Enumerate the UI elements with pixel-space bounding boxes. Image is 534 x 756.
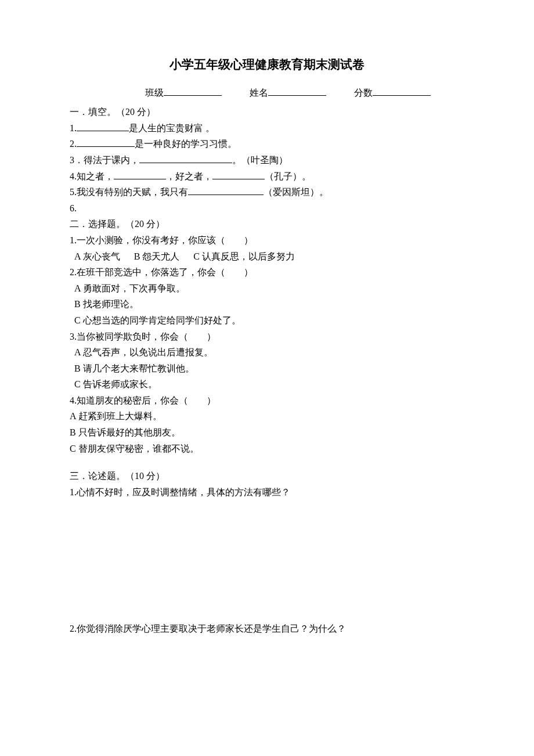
s2-q2-c[interactable]: C 心想当选的同学肯定给同学们好处了。 bbox=[70, 313, 464, 328]
page-title: 小学五年级心理健康教育期末测试卷 bbox=[70, 55, 464, 75]
s1-q4-mid: ，好之者， bbox=[166, 171, 212, 181]
s1-q1-post: 是人生的宝贵财富 。 bbox=[129, 123, 215, 133]
s2-q3-a[interactable]: A 忍气吞声，以免说出后遭报复。 bbox=[70, 345, 464, 360]
s2-q3-c[interactable]: C 告诉老师或家长。 bbox=[70, 377, 464, 392]
class-label: 班级 bbox=[145, 88, 164, 98]
s3-q2: 2.你觉得消除厌学心理主要取决于老师家长还是学生自己？为什么？ bbox=[70, 621, 464, 636]
s2-q4: 4.知道朋友的秘密后，你会（ ） bbox=[70, 393, 464, 408]
s2-q1-a[interactable]: A 灰心丧气 bbox=[74, 251, 120, 261]
s3-q1: 1.心情不好时，应及时调整情绪，具体的方法有哪些？ bbox=[70, 485, 464, 500]
s2-q2: 2.在班干部竞选中，你落选了，你会（ ） bbox=[70, 265, 464, 280]
header-row: 班级 姓名 分数 bbox=[70, 85, 464, 100]
s1-q3-post: 。（叶圣陶） bbox=[232, 155, 288, 165]
s1-q3-pre: 3．得法于课内， bbox=[70, 155, 139, 165]
s1-q2: 2.是一种良好的学习习惯。 bbox=[70, 136, 464, 152]
s1-q4-blank2[interactable] bbox=[212, 170, 265, 179]
s1-q2-blank[interactable] bbox=[77, 138, 135, 147]
s2-q1-b[interactable]: B 怨天尤人 bbox=[134, 251, 180, 261]
s1-q2-post: 是一种良好的学习习惯。 bbox=[135, 139, 237, 149]
s1-q5-blank[interactable] bbox=[188, 186, 264, 195]
s1-q3: 3．得法于课内，。（叶圣陶） bbox=[70, 153, 464, 168]
s2-q4-c[interactable]: C 替朋友保守秘密，谁都不说。 bbox=[70, 441, 464, 456]
s1-q4-pre: 4.知之者， bbox=[70, 171, 114, 181]
score-label: 分数 bbox=[354, 88, 373, 98]
s2-q4-a[interactable]: A 赶紧到班上大爆料。 bbox=[70, 409, 464, 424]
s1-q5-post: （爱因斯坦）。 bbox=[264, 187, 329, 197]
s1-q2-pre: 2. bbox=[70, 139, 77, 149]
s2-q3-b[interactable]: B 请几个老大来帮忙教训他。 bbox=[70, 361, 464, 376]
section1-heading: 一．填空。（20 分） bbox=[70, 105, 464, 120]
name-blank[interactable] bbox=[268, 87, 326, 96]
s2-q3: 3.当你被同学欺负时，你会（ ） bbox=[70, 329, 464, 344]
s2-q1-options: A 灰心丧气 B 怨天尤人 C 认真反思，以后多努力 bbox=[70, 249, 464, 264]
s2-q1: 1.一次小测验，你没有考好，你应该（ ） bbox=[70, 233, 464, 248]
section2-heading: 二．选择题。（20 分） bbox=[70, 217, 464, 232]
s2-q2-a[interactable]: A 勇敢面对，下次再争取。 bbox=[70, 281, 464, 296]
s1-q1-pre: 1. bbox=[70, 123, 77, 133]
s1-q4: 4.知之者，，好之者，（孔子）。 bbox=[70, 169, 464, 184]
s1-q3-blank[interactable] bbox=[139, 154, 232, 163]
name-label: 姓名 bbox=[250, 88, 268, 98]
s1-q1-blank[interactable] bbox=[77, 122, 129, 131]
section3-heading: 三．论述题。（10 分） bbox=[70, 469, 464, 484]
s1-q1: 1.是人生的宝贵财富 。 bbox=[70, 121, 464, 136]
s1-q5: 5.我没有特别的天赋，我只有（爱因斯坦）。 bbox=[70, 185, 464, 200]
score-blank[interactable] bbox=[373, 87, 431, 96]
s2-q4-b[interactable]: B 只告诉最好的其他朋友。 bbox=[70, 425, 464, 440]
class-blank[interactable] bbox=[164, 87, 222, 96]
s1-q4-post: （孔子）。 bbox=[265, 171, 311, 181]
s2-q2-b[interactable]: B 找老师理论。 bbox=[70, 297, 464, 312]
s1-q5-pre: 5.我没有特别的天赋，我只有 bbox=[70, 187, 188, 197]
s2-q1-c[interactable]: C 认真反思，以后多努力 bbox=[193, 251, 295, 261]
s1-q6: 6. bbox=[70, 201, 464, 216]
s1-q4-blank1[interactable] bbox=[114, 170, 166, 179]
